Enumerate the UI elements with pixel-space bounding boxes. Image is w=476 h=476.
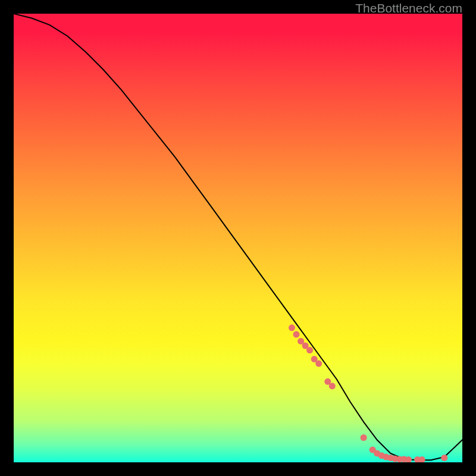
data-point: [329, 383, 336, 389]
bottleneck-curve: [14, 14, 462, 460]
watermark-text: TheBottleneck.com: [355, 1, 462, 15]
data-point: [306, 347, 313, 353]
data-point: [293, 331, 300, 338]
data-point: [315, 361, 322, 367]
data-point: [441, 455, 447, 461]
chart-container: TheBottleneck.com: [0, 0, 476, 476]
data-point: [289, 324, 295, 331]
chart-svg: [14, 14, 462, 462]
data-point: [361, 434, 367, 441]
